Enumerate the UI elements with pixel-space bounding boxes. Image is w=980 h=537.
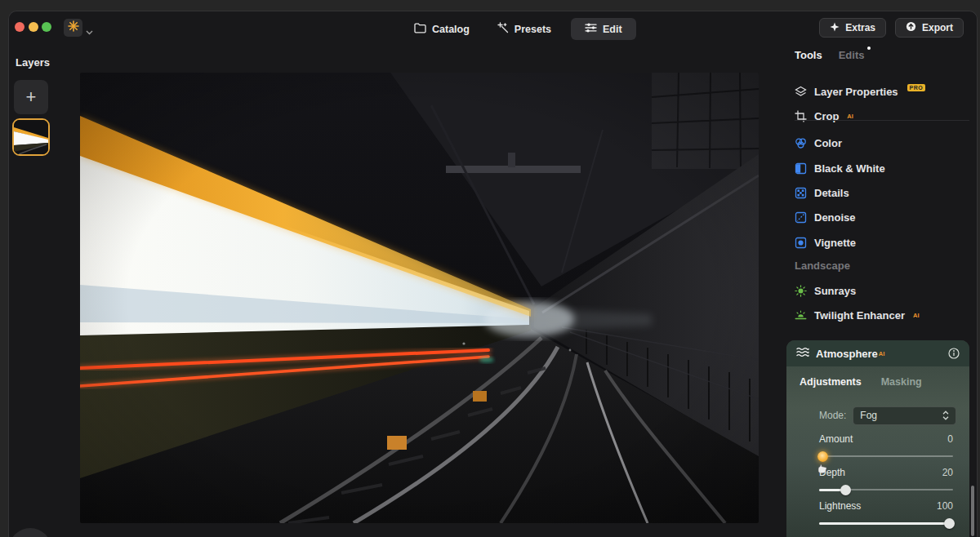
mode-value: Fog [860,410,877,421]
divider [795,120,969,121]
tab-edits[interactable]: Edits [839,49,865,61]
tool-details[interactable]: Details [795,185,849,200]
main-nav-tabs: Catalog Presets Edit [406,17,636,41]
mode-row: Mode: Fog [819,406,956,424]
slider-value: 0 [947,433,953,445]
folder-icon [414,23,426,36]
extras-button[interactable]: Extras [819,18,886,38]
tool-black-and-white[interactable]: Black & White [795,161,885,175]
details-icon [795,187,807,199]
slider-thumb[interactable] [817,451,828,462]
tool-label: Denoise [814,211,856,224]
layers-icon [795,86,807,98]
slider-fill [819,522,953,525]
ai-superscript: AI [879,350,885,357]
landscape-section-header: Landscape [795,260,850,272]
tab-adjustments[interactable]: Adjustments [800,376,862,388]
slider-thumb[interactable] [840,485,851,495]
layers-panel-title: Layers [16,56,50,69]
slider-thumb[interactable] [944,518,955,529]
slider-value: 20 [942,467,953,478]
tool-label: Color [814,137,842,149]
button-label: Export [922,22,953,33]
tool-label: Vignette [814,237,856,249]
stepper-icon [942,411,949,420]
export-arrow-icon [906,21,916,34]
slider-head: Depth 20 [819,467,953,478]
slider-label: Depth [819,467,845,478]
vignette-icon [795,237,807,249]
bottom-left-partial-button[interactable] [9,528,51,537]
minimize-window-button[interactable] [29,22,38,32]
tool-crop[interactable]: CropAI [795,109,853,123]
right-panel-scrollbar[interactable] [971,486,974,536]
tab-presets[interactable]: Presets [489,17,559,41]
photo-canvas[interactable] [80,73,759,523]
layer-thumbnail-selected[interactable] [12,118,50,156]
slider-head: Lightness 100 [819,500,953,512]
color-icon [795,137,807,149]
tool-sunrays[interactable]: Sunrays [795,283,856,298]
close-window-button[interactable] [15,22,24,32]
wand-sparkle-icon [497,22,509,36]
export-button[interactable]: Export [895,18,964,38]
mode-label: Mode: [819,410,846,421]
lightness-slider-group: Lightness 100 [819,500,953,524]
lightness-slider[interactable] [819,522,953,524]
pro-badge: PRO [907,84,925,91]
app-window: Catalog Presets Edit Extras [8,11,978,537]
layer-thumbnail-image [14,120,48,154]
edits-notification-dot [867,47,871,50]
tab-edits-label: Edits [839,49,865,61]
atmosphere-header[interactable]: AtmosphereAI [786,340,969,366]
tab-label: Catalog [432,24,470,35]
amount-slider[interactable] [819,455,953,457]
chevron-down-icon[interactable] [86,24,93,38]
train-photo [80,73,759,523]
tool-layer-properties[interactable]: Layer Properties PRO [795,84,925,99]
denoise-icon [795,211,807,224]
tab-label: Presets [514,24,551,35]
tool-denoise[interactable]: Denoise [795,210,856,224]
top-actions: Extras Export [819,18,964,38]
tool-label: Layer Properties [814,86,898,98]
tool-twilight-enhancer[interactable]: Twilight EnhancerAI [795,308,920,322]
slider-head: Amount 0 [819,433,953,445]
slider-label: Amount [819,433,853,445]
atmosphere-title: Atmosphere [816,348,878,360]
amount-slider-group: Amount 0 [819,433,953,457]
tool-color[interactable]: Color [795,135,842,150]
tool-label: Twilight Enhancer [814,309,905,322]
tool-label: Sunrays [814,285,856,297]
atmosphere-panel: AtmosphereAI Adjustments Masking Mode: F… [786,340,969,537]
twilight-sun-icon [795,309,807,322]
tool-label: Details [814,187,849,199]
asterisk-icon [68,20,79,35]
button-label: Extras [845,22,875,33]
tab-masking[interactable]: Masking [881,376,922,388]
tab-label: Edit [603,24,622,35]
tool-vignette[interactable]: Vignette [795,235,856,250]
sparkle-icon [830,22,840,34]
tab-edit[interactable]: Edit [571,18,636,40]
depth-slider-group: Depth 20 [819,467,953,490]
add-layer-button[interactable]: + [14,80,48,114]
tab-tools[interactable]: Tools [795,49,822,61]
sliders-icon [585,23,597,35]
atmosphere-waves-icon [796,346,809,361]
zoom-window-button[interactable] [42,22,51,32]
ai-superscript: AI [847,113,853,120]
screen: Catalog Presets Edit Extras [0,0,980,537]
app-menu-button[interactable] [64,19,82,37]
tool-label: Black & White [814,162,885,175]
atmosphere-tabs: Adjustments Masking [800,376,922,388]
black-white-icon [795,162,807,175]
info-icon[interactable] [948,348,960,359]
sunrays-icon [795,285,807,297]
slider-label: Lightness [819,500,861,512]
right-panel-tabs: Tools Edits [795,49,865,61]
ai-superscript: AI [913,312,920,319]
mode-select[interactable]: Fog [853,406,956,425]
depth-slider[interactable] [819,489,953,490]
tab-catalog[interactable]: Catalog [406,18,478,41]
